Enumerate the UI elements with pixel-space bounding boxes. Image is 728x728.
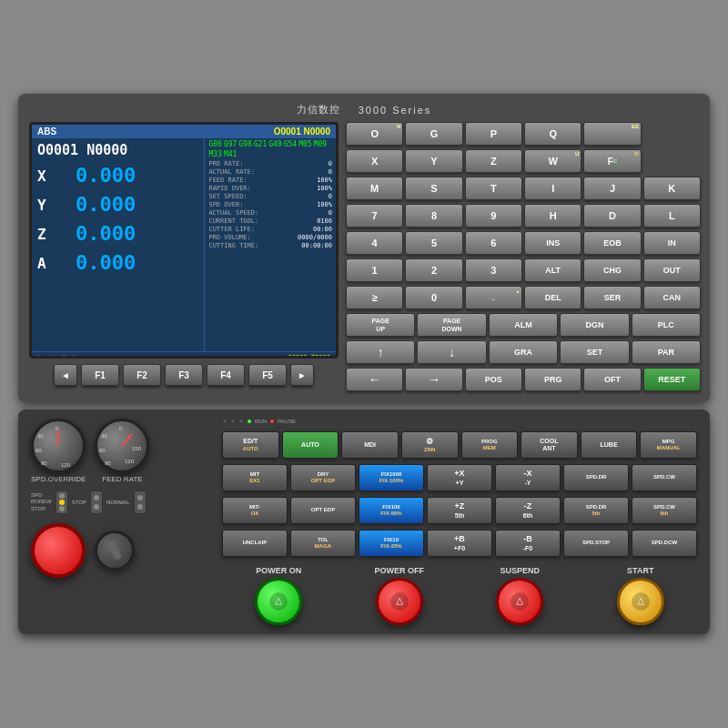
key-h[interactable]: H bbox=[524, 204, 581, 228]
key-ser[interactable]: SER bbox=[583, 286, 641, 309]
ctrl-lube[interactable]: LUBE bbox=[581, 431, 638, 459]
f-prev-button[interactable]: ◄ bbox=[54, 364, 77, 386]
ctrl-spd-stop[interactable]: SPD.STOP bbox=[563, 530, 629, 557]
key-set[interactable]: SET bbox=[560, 340, 629, 364]
start-button[interactable]: ▽ bbox=[617, 578, 664, 625]
key-t[interactable]: T bbox=[465, 177, 522, 200]
key-alm[interactable]: ALM bbox=[489, 313, 558, 337]
spd-override-dial[interactable]: 0 30 60 90 120 bbox=[31, 419, 86, 473]
key-ins[interactable]: INS bbox=[524, 231, 581, 255]
f-next-button[interactable]: ► bbox=[290, 364, 314, 386]
power-on-button[interactable]: ▽ bbox=[255, 578, 302, 625]
f3-button[interactable]: F3 bbox=[165, 364, 203, 386]
key-g[interactable]: P bbox=[465, 122, 522, 146]
key-l[interactable]: L bbox=[643, 204, 701, 228]
ctrl-spd-dr-5th[interactable]: SPD.DR 5th bbox=[563, 497, 629, 524]
key-o[interactable]: NO bbox=[346, 122, 403, 146]
key-dot[interactable]: ∘. bbox=[465, 286, 522, 309]
key-right[interactable]: → bbox=[405, 368, 462, 391]
ctrl-zrn[interactable]: ⚙ ZRN bbox=[401, 431, 459, 459]
ctrl-minus-z[interactable]: -Z 6th bbox=[495, 497, 561, 524]
key-dgn[interactable]: DGN bbox=[560, 313, 629, 337]
ctrl-mit-ox[interactable]: MIT- OX bbox=[222, 497, 288, 524]
key-3[interactable]: 3 bbox=[465, 258, 522, 282]
key-reset[interactable]: RESET bbox=[643, 368, 701, 391]
ctrl-unclaip[interactable]: UNCLAIP bbox=[222, 530, 288, 557]
key-1[interactable]: 1 bbox=[346, 258, 403, 282]
key-7[interactable]: 7 bbox=[346, 204, 403, 228]
key-z[interactable]: Z bbox=[465, 149, 522, 173]
key-x[interactable]: X bbox=[346, 149, 403, 173]
key-p[interactable]: Q bbox=[524, 122, 581, 146]
key-chg[interactable]: CHG bbox=[583, 258, 641, 282]
ctrl-fix10[interactable]: FIX10 FIX-25% bbox=[359, 530, 424, 557]
ctrl-auto[interactable]: AUTO bbox=[282, 431, 339, 459]
key-gra[interactable]: GRA bbox=[489, 340, 558, 364]
key-q[interactable]: Eß bbox=[583, 122, 641, 146]
ctrl-coolant[interactable]: COOLANT bbox=[521, 431, 578, 459]
key-n[interactable]: G bbox=[405, 122, 462, 146]
key-5[interactable]: 5 bbox=[405, 231, 462, 255]
ctrl-dry-run[interactable]: DRY OPT EGP bbox=[290, 464, 356, 491]
key-can[interactable]: CAN bbox=[643, 286, 701, 309]
ctrl-mdi[interactable]: MDI bbox=[341, 431, 399, 459]
f4-button[interactable]: F4 bbox=[207, 364, 245, 386]
key-out[interactable]: OUT bbox=[643, 258, 701, 282]
ctrl-spd-dcw[interactable]: SPD.DCW bbox=[632, 530, 697, 557]
emergency-stop-button[interactable] bbox=[31, 523, 86, 578]
key-oft[interactable]: OFT bbox=[583, 368, 641, 391]
ctrl-edit[interactable]: ED/T AUTO bbox=[222, 431, 279, 459]
ctrl-opt-edp[interactable]: OPT EDP bbox=[290, 497, 356, 524]
f5-button[interactable]: F5 bbox=[248, 364, 287, 386]
ctrl-fix1000[interactable]: FIX1000 FIX-100% bbox=[359, 464, 424, 491]
ctrl-fix100[interactable]: FIX100 FIX-50% bbox=[359, 497, 424, 524]
f2-button[interactable]: F2 bbox=[123, 364, 161, 386]
key-switch[interactable] bbox=[95, 531, 135, 571]
ctrl-spd-cw[interactable]: SPD.CW bbox=[632, 464, 697, 491]
key-in[interactable]: IN bbox=[643, 231, 701, 255]
key-prg[interactable]: PRG bbox=[524, 368, 581, 391]
key-6[interactable]: 6 bbox=[465, 231, 522, 255]
ctrl-plus-b[interactable]: +B +F0 bbox=[427, 530, 492, 557]
key-d[interactable]: D bbox=[583, 204, 641, 228]
power-off-button[interactable]: ▽ bbox=[376, 578, 423, 625]
key-page-up[interactable]: PAGEUP bbox=[346, 313, 415, 337]
feed-rate-dial[interactable]: 0 30 60 90 120 150 bbox=[95, 419, 149, 473]
key-up[interactable]: ↑ bbox=[346, 340, 415, 364]
f1-button[interactable]: F1 bbox=[81, 364, 119, 386]
ctrl-tol-maga[interactable]: TOL MAGA bbox=[290, 530, 356, 557]
key-0[interactable]: 0 bbox=[405, 286, 462, 309]
ctrl-manual[interactable]: MPG MANUAL bbox=[640, 431, 697, 459]
key-s[interactable]: S bbox=[405, 177, 462, 200]
key-i[interactable]: I bbox=[524, 177, 581, 200]
key-down[interactable]: ↓ bbox=[417, 340, 486, 364]
ctrl-spd-dr[interactable]: SPD.DR bbox=[563, 464, 629, 491]
key-4[interactable]: 4 bbox=[346, 231, 403, 255]
key-page-down[interactable]: PAGEDOWN bbox=[417, 313, 486, 337]
ctrl-mit-ex1[interactable]: MIT EX1 bbox=[222, 464, 288, 491]
ctrl-spd-cw-6th[interactable]: SPD.CW 6th bbox=[632, 497, 697, 524]
key-alt[interactable]: ALT bbox=[524, 258, 581, 282]
ctrl-plus-x[interactable]: +X +Y bbox=[427, 464, 492, 491]
key-geq[interactable]: ≥ bbox=[346, 286, 403, 309]
ctrl-minus-b[interactable]: -B -F0 bbox=[495, 530, 561, 557]
ctrl-program-memory[interactable]: PROG MEM bbox=[461, 431, 519, 459]
ctrl-minus-x[interactable]: -X -Y bbox=[495, 464, 561, 491]
key-w[interactable]: UW bbox=[524, 149, 581, 173]
key-2[interactable]: 2 bbox=[405, 258, 462, 282]
key-m[interactable]: M bbox=[346, 177, 403, 200]
key-pos[interactable]: POS bbox=[465, 368, 522, 391]
key-j[interactable]: J bbox=[583, 177, 641, 200]
key-9[interactable]: 9 bbox=[465, 204, 522, 228]
key-left[interactable]: ← bbox=[346, 368, 403, 391]
key-k[interactable]: K bbox=[643, 177, 701, 200]
ctrl-plus-z[interactable]: +Z 5th bbox=[427, 497, 492, 524]
suspend-button[interactable]: ▽ bbox=[496, 578, 543, 625]
key-del[interactable]: DEL bbox=[524, 286, 581, 309]
key-y[interactable]: Y bbox=[405, 149, 462, 173]
key-f[interactable]: RF C bbox=[583, 149, 641, 173]
key-eob[interactable]: EOB bbox=[583, 231, 641, 255]
key-plc[interactable]: PLC bbox=[632, 313, 701, 337]
key-par[interactable]: PAR bbox=[632, 340, 701, 364]
key-8[interactable]: 8 bbox=[405, 204, 462, 228]
